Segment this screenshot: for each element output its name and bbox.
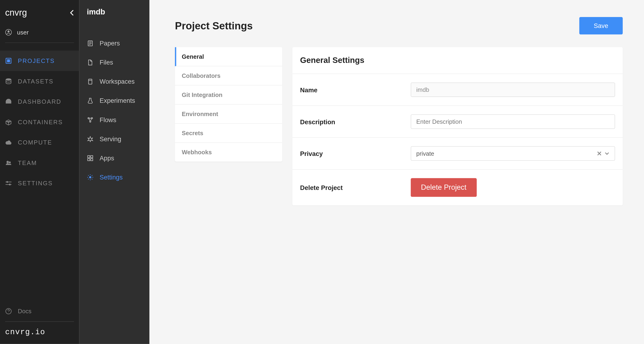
svg-rect-5 [6,102,11,103]
page-title: Project Settings [175,20,253,32]
sidebar-item-label: Apps [100,154,114,162]
svg-rect-3 [7,59,10,62]
svg-point-20 [89,176,91,178]
sidebar-item-label: Experiments [100,97,135,104]
name-input[interactable] [411,82,615,97]
save-button[interactable]: Save [579,17,622,34]
user-menu[interactable]: user [0,25,79,42]
general-settings-panel: General Settings Name Description Privac… [292,47,623,205]
nav-label: DATASETS [18,78,54,85]
form-row-delete: Delete Project Delete Project [292,170,623,205]
sidebar-item-label: Workspaces [100,78,135,85]
privacy-select[interactable]: private [411,146,615,161]
sidebar-item-label: Flows [100,116,116,123]
user-icon [5,29,12,36]
sidebar-item-flows[interactable]: Flows [79,110,149,129]
svg-point-8 [6,181,8,182]
svg-point-15 [90,121,91,122]
tab-git-integration[interactable]: Git Integration [175,86,282,105]
sidebar-item-workspaces[interactable]: Workspaces [79,72,149,91]
form-row-description: Description [292,106,623,138]
name-label: Name [300,86,411,93]
tab-environment[interactable]: Environment [175,105,282,124]
privacy-value: private [416,150,434,157]
brand-row: cnvrg [0,0,79,25]
sidebar-item-apps[interactable]: Apps [79,149,149,168]
footer-brand: cnvrg.io [0,322,79,344]
user-label: user [17,29,29,36]
description-input[interactable] [411,114,615,129]
nav-label: COMPUTE [18,139,52,146]
primary-nav: PROJECTS DATASETS DASHBOARD CONTAINERS C… [0,51,79,301]
sidebar-item-label: Files [100,59,113,66]
privacy-label: Privacy [300,150,411,157]
sidebar-item-label: Serving [100,135,121,142]
nav-item-projects[interactable]: PROJECTS [0,51,79,71]
sidebar-item-label: Settings [100,173,123,181]
sidebar-item-serving[interactable]: Serving [79,129,149,149]
panel-title: General Settings [292,47,623,74]
nav-label: CONTAINERS [18,119,63,125]
divider [5,42,74,43]
secondary-sidebar: imdb Papers Files Workspaces Experiments… [79,0,149,344]
svg-point-1 [8,30,10,33]
tab-webhooks[interactable]: Webhooks [175,143,282,162]
sidebar-item-papers[interactable]: Papers [79,33,149,53]
nav-item-team[interactable]: TEAM [0,153,79,173]
delete-project-button[interactable]: Delete Project [411,178,476,197]
sidebar-item-label: Papers [100,40,120,47]
svg-point-4 [6,79,11,80]
secondary-nav: Papers Files Workspaces Experiments Flow… [79,33,149,187]
project-title: imdb [79,8,149,33]
sidebar-item-files[interactable]: Files [79,53,149,72]
svg-point-7 [9,162,11,163]
tab-secrets[interactable]: Secrets [175,124,282,143]
primary-sidebar: cnvrg user PROJECTS DATASETS DASHBOA [0,0,79,344]
docs-link[interactable]: Docs [0,301,79,322]
settings-tabs: General Collaborators Git Integration En… [175,47,282,162]
chevron-down-icon[interactable] [604,151,610,156]
form-row-privacy: Privacy private [292,138,623,170]
svg-rect-12 [88,79,92,84]
docs-label: Docs [18,308,32,315]
svg-rect-19 [91,159,93,161]
svg-point-6 [7,161,9,163]
sidebar-item-experiments[interactable]: Experiments [79,91,149,110]
collapse-sidebar-icon[interactable] [70,9,74,16]
main-content: Project Settings Save General Collaborat… [149,0,644,344]
delete-label: Delete Project [300,184,411,191]
nav-item-dashboard[interactable]: DASHBOARD [0,91,79,112]
form-row-name: Name [292,74,623,106]
tab-general[interactable]: General [175,47,282,66]
nav-item-datasets[interactable]: DATASETS [0,71,79,92]
sidebar-item-settings[interactable]: Settings [79,168,149,187]
nav-label: DASHBOARD [18,98,61,105]
clear-icon[interactable] [597,151,602,156]
nav-label: SETTINGS [18,180,53,187]
nav-item-compute[interactable]: COMPUTE [0,132,79,153]
svg-rect-16 [88,156,90,158]
svg-point-9 [9,184,10,185]
svg-rect-18 [88,159,90,161]
brand-name: cnvrg [5,8,27,18]
nav-item-containers[interactable]: CONTAINERS [0,112,79,132]
svg-rect-17 [91,156,93,158]
description-label: Description [300,118,411,125]
nav-label: TEAM [18,160,37,166]
nav-label: PROJECTS [18,57,55,64]
main-header: Project Settings Save [175,17,623,34]
tab-collaborators[interactable]: Collaborators [175,66,282,86]
nav-item-settings[interactable]: SETTINGS [0,173,79,193]
